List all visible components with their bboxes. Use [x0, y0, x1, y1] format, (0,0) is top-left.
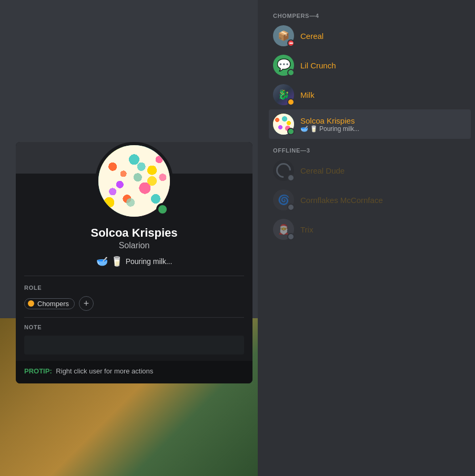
- member-list: CHOMPERS—4 📦 Cereal 💬 Lil Crunch: [265, 0, 475, 476]
- roles-label: ROLE: [24, 285, 244, 291]
- profile-activity: 🥣 🥛 Pouring milk...: [24, 256, 244, 267]
- offline-category-header: OFFLINE—3: [269, 143, 471, 156]
- cereal-dude-info: Cereal Dude: [300, 166, 467, 175]
- trix-info: Trix: [300, 225, 467, 234]
- roles-section: ROLE Chompers +: [16, 276, 252, 317]
- roles-list: Chompers +: [24, 296, 244, 311]
- role-color-dot: [28, 300, 34, 307]
- lil-crunch-status: [287, 69, 295, 76]
- member-item-trix[interactable]: 🎅 Trix: [269, 215, 471, 244]
- trix-avatar-wrapper: 🎅: [273, 219, 294, 240]
- activity-icon-2: 🥛: [111, 256, 123, 267]
- cereal-dude-avatar-wrapper: [273, 160, 294, 181]
- cereal-avatar-wrapper: 📦: [273, 25, 294, 46]
- solcoa-activity-text: Pouring milk...: [319, 125, 359, 133]
- online-category: CHOMPERS—4 📦 Cereal 💬 Lil Crunch: [269, 8, 471, 139]
- profile-info: Solcoa Krispies Solarion 🥣 🥛 Pouring mil…: [16, 220, 252, 276]
- lil-crunch-info: Lil Crunch: [300, 61, 467, 70]
- member-item-cornflakes[interactable]: 🌀 Cornflakes McCornface: [269, 185, 471, 215]
- solcoa-activity-icon2: 🥛: [310, 125, 318, 133]
- activity-icon-1: 🥣: [96, 256, 108, 267]
- status-dot: [156, 203, 169, 216]
- cornflakes-avatar-wrapper: 🌀: [273, 189, 294, 210]
- profile-username: Solcoa Krispies: [24, 226, 244, 240]
- member-item-solcoa[interactable]: Solcoa Krispies 🥣 🥛 Pouring milk...: [269, 109, 471, 139]
- member-item-lil-crunch[interactable]: 💬 Lil Crunch: [269, 50, 471, 80]
- protip-label: PROTIP:: [24, 367, 52, 375]
- solcoa-info: Solcoa Krispies 🥣 🥛 Pouring milk...: [300, 116, 467, 133]
- dnd-line: [289, 43, 293, 44]
- profile-avatar-section: [16, 174, 252, 220]
- cornflakes-name: Cornflakes McCornface: [300, 196, 467, 205]
- milk-info: Milk: [300, 90, 467, 99]
- member-item-milk[interactable]: 🐉 Milk: [269, 80, 471, 109]
- member-item-cereal-dude[interactable]: Cereal Dude: [269, 156, 471, 185]
- add-role-button[interactable]: +: [79, 296, 94, 311]
- lil-crunch-avatar-wrapper: 💬: [273, 55, 294, 76]
- online-category-header: CHOMPERS—4: [269, 8, 471, 21]
- trix-status: [287, 233, 295, 240]
- profile-discriminator: Solarion: [24, 241, 244, 250]
- cereal-status-dnd: [287, 39, 295, 47]
- solcoa-avatar-wrapper: [273, 114, 294, 135]
- lil-crunch-name: Lil Crunch: [300, 61, 467, 70]
- avatar-wrapper: [95, 142, 173, 220]
- solcoa-status: [287, 128, 295, 135]
- cereal-dude-status: [287, 174, 295, 181]
- offline-category: OFFLINE—3 Cereal Dude 🌀 Cornflakes McCor…: [269, 143, 471, 244]
- cereal-name: Cereal: [300, 32, 467, 40]
- profile-card: Solcoa Krispies Solarion 🥣 🥛 Pouring mil…: [16, 142, 252, 383]
- cereal-info: Cereal: [300, 32, 467, 40]
- cornflakes-status: [287, 204, 295, 211]
- milk-status: [287, 98, 295, 106]
- note-input[interactable]: [24, 336, 244, 355]
- protip-text: Right click user for more actions: [56, 367, 153, 375]
- cereal-dude-name: Cereal Dude: [300, 166, 467, 175]
- role-name: Chompers: [37, 300, 69, 308]
- milk-name: Milk: [300, 90, 467, 99]
- role-badge[interactable]: Chompers: [24, 298, 75, 309]
- solcoa-activity-icon1: 🥣: [300, 125, 308, 133]
- note-section: NOTE: [16, 318, 252, 361]
- solcoa-activity: 🥣 🥛 Pouring milk...: [300, 125, 467, 133]
- member-item-cereal[interactable]: 📦 Cereal: [269, 21, 471, 50]
- milk-avatar-wrapper: 🐉: [273, 84, 294, 105]
- activity-text: Pouring milk...: [126, 257, 173, 266]
- protip-section: PROTIP: Right click user for more action…: [16, 361, 252, 383]
- note-label: NOTE: [24, 318, 244, 330]
- cornflakes-info: Cornflakes McCornface: [300, 196, 467, 205]
- solcoa-name: Solcoa Krispies: [300, 116, 467, 125]
- trix-name: Trix: [300, 225, 467, 234]
